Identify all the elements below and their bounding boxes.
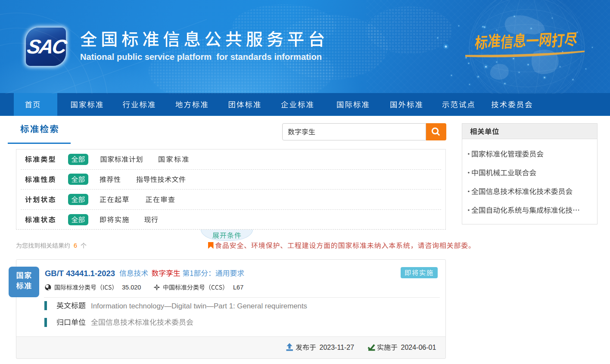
svg-text:6: 6 xyxy=(74,242,77,249)
